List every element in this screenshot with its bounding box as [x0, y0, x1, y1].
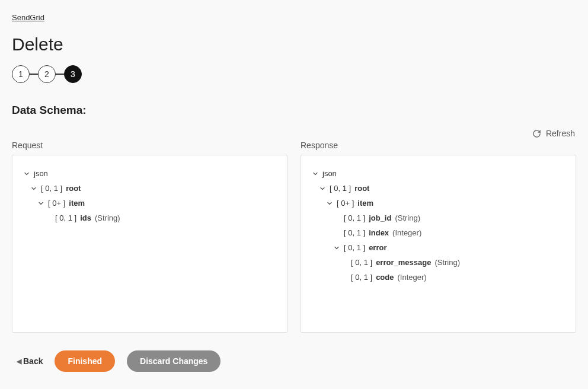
node-cardinality: [ 0, 1 ]	[41, 184, 62, 193]
stepper: 1 2 3	[12, 65, 576, 83]
node-name: error_message	[376, 258, 431, 267]
response-panel: json[ 0, 1 ] root[ 0+ ] item[ 0, 1 ] job…	[301, 155, 576, 333]
tree-node[interactable]: [ 0+ ] item	[23, 196, 276, 211]
node-name: root	[354, 184, 369, 193]
node-name: job_id	[369, 213, 391, 222]
chevron-down-icon[interactable]	[333, 244, 340, 251]
tree-node[interactable]: json	[23, 166, 276, 181]
discard-button[interactable]: Discard Changes	[127, 350, 220, 372]
chevron-down-icon[interactable]	[23, 170, 30, 177]
tree-node[interactable]: [ 0, 1 ] error	[312, 240, 565, 255]
tree-node[interactable]: [ 0, 1 ] root	[312, 181, 565, 196]
page-title: Delete	[12, 34, 576, 55]
node-cardinality: [ 0+ ]	[337, 199, 354, 208]
node-type: (Integer)	[397, 273, 426, 282]
node-cardinality: [ 0, 1 ]	[351, 258, 372, 267]
chevron-down-icon[interactable]	[326, 200, 333, 207]
node-cardinality: [ 0, 1 ]	[344, 228, 365, 237]
step-2[interactable]: 2	[38, 65, 56, 83]
refresh-button[interactable]: Refresh	[532, 129, 576, 138]
node-name: root	[66, 184, 81, 193]
node-label: json	[34, 169, 48, 178]
tree-node[interactable]: json	[312, 166, 565, 181]
tree-node[interactable]: [ 0, 1 ] root	[23, 181, 276, 196]
step-3[interactable]: 3	[64, 65, 82, 83]
node-type: (String)	[434, 258, 460, 267]
node-type: (String)	[95, 213, 120, 222]
node-name: code	[376, 273, 394, 282]
node-cardinality: [ 0, 1 ]	[55, 213, 76, 222]
node-name: error	[369, 243, 386, 252]
chevron-down-icon[interactable]	[37, 200, 44, 207]
tree-node: [ 0, 1 ] index (Integer)	[312, 225, 565, 240]
back-label: Back	[23, 356, 43, 366]
node-cardinality: [ 0, 1 ]	[344, 243, 365, 252]
node-cardinality: [ 0, 1 ]	[351, 273, 372, 282]
chevron-left-icon: ◀	[17, 358, 21, 365]
node-type: (String)	[395, 213, 420, 222]
request-panel: json[ 0, 1 ] root[ 0+ ] item[ 0, 1 ] ids…	[12, 155, 287, 333]
node-label: json	[322, 169, 337, 178]
node-name: item	[357, 199, 373, 208]
node-name: index	[369, 228, 389, 237]
step-connector	[30, 74, 38, 75]
node-name: item	[69, 199, 85, 208]
chevron-down-icon[interactable]	[319, 185, 326, 192]
node-type: (Integer)	[392, 228, 421, 237]
node-cardinality: [ 0, 1 ]	[330, 184, 351, 193]
refresh-icon	[532, 129, 541, 138]
request-label: Request	[12, 141, 287, 150]
tree-node: [ 0, 1 ] error_message (String)	[312, 255, 565, 270]
tree-node[interactable]: [ 0+ ] item	[312, 196, 565, 211]
step-1[interactable]: 1	[12, 65, 30, 83]
step-connector	[56, 74, 64, 75]
refresh-label: Refresh	[546, 129, 575, 138]
node-name: ids	[80, 213, 91, 222]
chevron-down-icon[interactable]	[30, 185, 37, 192]
node-cardinality: [ 0, 1 ]	[344, 213, 365, 222]
chevron-down-icon[interactable]	[312, 170, 319, 177]
node-cardinality: [ 0+ ]	[48, 199, 65, 208]
finished-button[interactable]: Finished	[55, 350, 115, 372]
tree-node: [ 0, 1 ] job_id (String)	[312, 211, 565, 225]
response-label: Response	[301, 141, 576, 150]
back-button[interactable]: ◀ Back	[17, 356, 43, 366]
tree-node: [ 0, 1 ] ids (String)	[23, 211, 276, 225]
tree-node: [ 0, 1 ] code (Integer)	[312, 270, 565, 285]
section-title: Data Schema:	[12, 104, 576, 117]
breadcrumb[interactable]: SendGrid	[12, 13, 44, 22]
